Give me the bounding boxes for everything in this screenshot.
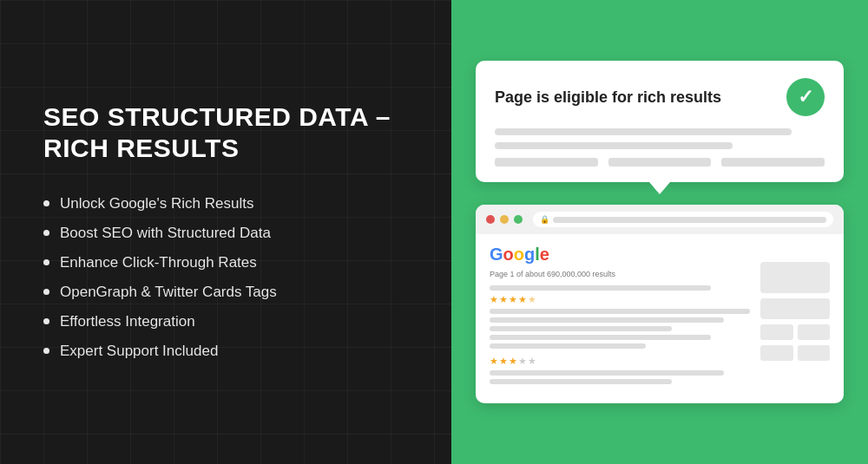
list-item: Boost SEO with Structured Data — [43, 225, 408, 242]
sidebar-row — [760, 345, 830, 361]
bullet-dot — [43, 318, 49, 324]
star-icon: ★ — [509, 294, 517, 305]
sidebar-image-small — [798, 345, 831, 361]
star-icon: ★ — [490, 294, 498, 305]
result-bar — [490, 309, 750, 314]
decorative-bar — [495, 128, 792, 135]
decorative-box — [721, 158, 825, 167]
result-bar — [490, 370, 724, 376]
google-logo: Google — [490, 245, 750, 265]
rich-results-title: Page is eligible for rich results — [495, 88, 773, 107]
star-icon: ★ — [509, 356, 517, 367]
bullet-dot — [43, 289, 49, 295]
result-bar — [490, 343, 646, 349]
decorative-footer — [495, 158, 825, 167]
browser-chrome: 🔒 — [476, 205, 844, 234]
left-panel: SEO STRUCTURED DATA – RICH RESULTS Unloc… — [0, 0, 451, 464]
result-bar — [490, 317, 724, 323]
sidebar-image-block — [760, 298, 830, 319]
decorative-box — [495, 158, 598, 167]
star-icon: ★ — [499, 294, 508, 305]
star-half-icon: ★ — [528, 294, 536, 305]
list-item: Expert Support Included — [43, 343, 408, 360]
rich-results-card: Page is eligible for rich results — [476, 61, 844, 182]
bullet-dot — [43, 348, 49, 354]
maximize-icon — [514, 215, 523, 224]
star-icon: ★ — [518, 294, 527, 305]
sidebar-image-small — [760, 345, 793, 361]
close-icon — [486, 215, 495, 224]
sidebar-blocks — [760, 245, 830, 391]
bullet-dot — [43, 230, 49, 236]
result-bar — [490, 326, 672, 331]
sidebar-row — [760, 324, 830, 340]
browser-body: Google Page 1 of about 690,000,000 resul… — [476, 234, 844, 403]
stars-row: ★ ★ ★ ★ ★ — [490, 294, 750, 305]
sidebar-image-block — [760, 262, 830, 293]
list-item: OpenGraph & Twitter Cards Tags — [43, 284, 408, 301]
google-results: Google Page 1 of about 690,000,000 resul… — [490, 245, 750, 391]
list-item: Enhance Click-Through Rates — [43, 254, 408, 271]
results-count: Page 1 of about 690,000,000 results — [490, 270, 750, 278]
decorative-box — [608, 158, 712, 167]
browser-mockup: 🔒 Google Page 1 of about 690,000,000 res… — [476, 205, 844, 403]
result-bar — [490, 335, 711, 340]
result-block-1: ★ ★ ★ ★ ★ — [490, 285, 750, 349]
sidebar-image-small — [760, 324, 793, 340]
url-fill — [553, 217, 826, 223]
decorative-bar — [495, 142, 733, 149]
page-title: SEO STRUCTURED DATA – RICH RESULTS — [43, 101, 408, 164]
star-icon: ★ — [490, 356, 498, 367]
rich-results-header: Page is eligible for rich results — [495, 78, 825, 116]
lock-icon: 🔒 — [540, 215, 549, 224]
right-panel: Page is eligible for rich results 🔒 Goog… — [451, 0, 868, 464]
result-bar — [490, 379, 672, 384]
minimize-icon — [500, 215, 509, 224]
list-item: Unlock Google's Rich Results — [43, 195, 408, 212]
stars-row: ★ ★ ★ ★ ★ — [490, 356, 750, 367]
bullet-dot — [43, 259, 49, 265]
feature-list: Unlock Google's Rich Results Boost SEO w… — [43, 195, 408, 372]
result-block-2: ★ ★ ★ ★ ★ — [490, 356, 750, 384]
result-title-bar — [490, 285, 711, 291]
list-item: Effortless Integration — [43, 313, 408, 330]
bullet-dot — [43, 200, 49, 206]
star-empty-icon: ★ — [528, 356, 536, 367]
check-icon — [786, 78, 825, 116]
address-bar: 🔒 — [533, 212, 833, 227]
star-icon: ★ — [499, 356, 508, 367]
sidebar-image-small — [798, 324, 831, 340]
star-empty-icon: ★ — [518, 356, 527, 367]
